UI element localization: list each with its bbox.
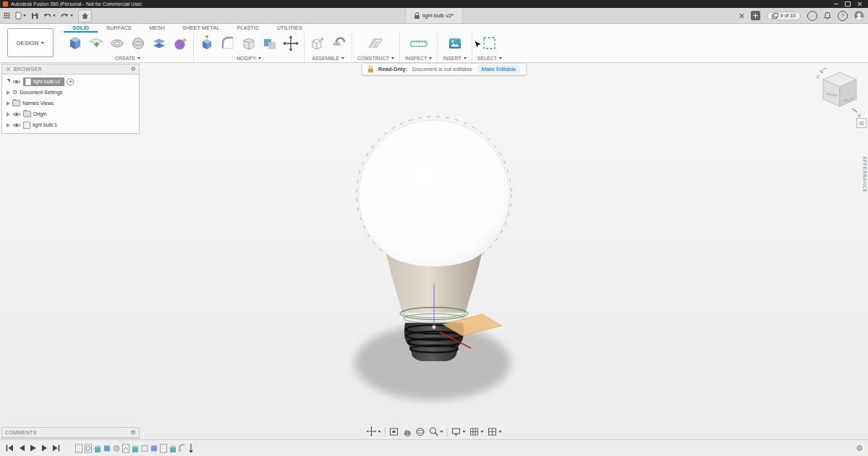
timeline-feature-revolve-icon[interactable] <box>113 444 120 453</box>
timeline-go-to-end-button[interactable] <box>52 444 61 452</box>
tab-mesh[interactable]: MESH <box>140 23 174 33</box>
redo-icon[interactable] <box>61 12 73 19</box>
new-tab-button[interactable] <box>751 11 760 20</box>
group-label: SELECT <box>477 56 497 61</box>
comments-settings-gear-icon[interactable]: ⚙ <box>130 430 136 436</box>
grid-snap-button[interactable] <box>469 427 484 436</box>
group-modify-dropdown[interactable]: MODIFY <box>237 54 261 62</box>
new-body-icon[interactable] <box>67 35 83 51</box>
viewcube[interactable]: FRONT RIGHT Z X <box>816 67 864 126</box>
tree-root-row[interactable]: light bulb v2 <box>2 76 139 87</box>
home-view-button[interactable] <box>78 9 92 22</box>
collapsed-triangle-icon[interactable] <box>7 123 10 127</box>
user-avatar[interactable] <box>854 11 864 20</box>
appearance-side-tab[interactable]: APPEARANCE <box>862 156 867 193</box>
orbit-tool-button[interactable] <box>367 426 381 436</box>
press-pull-icon[interactable] <box>199 35 215 51</box>
pan-tool-button[interactable] <box>403 427 412 436</box>
tab-counter-badge[interactable]: 9 of 10 <box>767 12 801 20</box>
tab-sheet-metal[interactable]: SHEET METAL <box>174 23 228 33</box>
collapse-panel-icon[interactable] <box>5 67 11 72</box>
help-icon[interactable]: ? <box>838 11 848 21</box>
timeline-feature-extrude-icon[interactable] <box>169 444 176 453</box>
timeline-playhead-cursor[interactable] <box>188 444 195 453</box>
group-select-dropdown[interactable]: SELECT <box>477 54 502 62</box>
tab-plastic[interactable]: PLASTIC <box>228 23 268 33</box>
visibility-eye-icon[interactable] <box>12 111 21 117</box>
visibility-eye-icon[interactable] <box>12 79 21 85</box>
app-grid-icon[interactable] <box>4 12 10 19</box>
group-create-dropdown[interactable]: CREATE <box>115 54 140 62</box>
tab-solid[interactable]: SOLID <box>64 23 98 33</box>
save-icon[interactable] <box>31 12 38 20</box>
expand-right-panel-button[interactable] <box>856 118 867 128</box>
file-menu-icon[interactable] <box>15 12 26 20</box>
job-status-icon[interactable] <box>807 11 817 21</box>
timeline-feature-extrude-icon[interactable] <box>132 444 139 453</box>
timeline-step-back-button[interactable] <box>17 444 25 452</box>
group-inspect-dropdown[interactable]: INSPECT <box>405 54 432 62</box>
sweep-icon[interactable] <box>130 35 146 51</box>
collapsed-triangle-icon[interactable] <box>7 90 10 95</box>
component-icon <box>23 122 30 129</box>
expand-triangle-icon[interactable] <box>7 79 10 83</box>
tab-surface[interactable]: SURFACE <box>98 23 140 33</box>
tree-row-named-views[interactable]: Named Views <box>2 98 139 109</box>
fillet-icon[interactable] <box>220 35 236 51</box>
construction-plane-icon[interactable] <box>367 35 384 51</box>
collapsed-triangle-icon[interactable] <box>7 101 10 106</box>
undo-icon[interactable] <box>43 12 56 19</box>
create-sketch-icon[interactable] <box>88 35 104 51</box>
new-component-icon[interactable] <box>310 35 326 51</box>
timeline-feature-sketch-icon[interactable] <box>85 444 92 453</box>
tree-row-light-bulb-1[interactable]: light bulb:1 <box>2 119 139 130</box>
create-form-icon[interactable] <box>172 35 188 51</box>
zoom-tool-button[interactable] <box>429 426 443 436</box>
timeline-feature-fillet-icon[interactable] <box>179 444 186 453</box>
group-insert-dropdown[interactable]: INSERT <box>443 54 467 62</box>
insert-canvas-icon[interactable] <box>447 35 463 51</box>
timeline-feature-body-icon[interactable] <box>150 444 158 453</box>
close-tab-icon[interactable] <box>739 13 744 18</box>
collapsed-triangle-icon[interactable] <box>7 112 10 117</box>
document-tab[interactable]: light bulb v2* <box>405 8 463 23</box>
timeline-step-forward-button[interactable] <box>41 444 48 452</box>
timeline-feature-sketch-icon[interactable] <box>122 444 129 453</box>
tree-row-origin[interactable]: Origin <box>2 109 139 119</box>
timeline-feature-shell-icon[interactable] <box>141 444 148 453</box>
workspace-selector-button[interactable]: DESIGN <box>7 28 54 57</box>
revolve-icon[interactable] <box>109 35 125 51</box>
shell-icon[interactable] <box>241 35 257 51</box>
tree-row-document-settings[interactable]: ⚙ Document Settings <box>2 87 139 98</box>
maximize-button[interactable] <box>842 0 854 8</box>
group-construct-dropdown[interactable]: CONSTRUCT <box>357 54 394 62</box>
measure-icon[interactable] <box>409 35 428 51</box>
close-window-button[interactable] <box>854 0 865 8</box>
select-tool-icon[interactable] <box>482 35 498 51</box>
timeline-play-button[interactable] <box>29 444 37 452</box>
visibility-eye-icon[interactable] <box>12 122 21 128</box>
browser-settings-gear-icon[interactable]: ⚙ <box>130 67 136 72</box>
timeline-feature-extrude-icon[interactable] <box>94 444 101 453</box>
activate-radio-icon[interactable] <box>67 78 74 85</box>
notifications-bell-icon[interactable] <box>824 12 831 20</box>
combine-icon[interactable] <box>262 35 278 51</box>
fit-view-button[interactable] <box>389 427 399 436</box>
timeline-go-to-start-button[interactable] <box>5 444 14 452</box>
group-assemble-dropdown[interactable]: ASSEMBLE <box>312 54 344 62</box>
make-editable-button[interactable]: Make Editable <box>477 65 521 73</box>
timeline-settings-gear-icon[interactable]: ⚙ <box>856 444 863 452</box>
move-copy-icon[interactable] <box>283 35 299 51</box>
timeline-feature-sketch-icon[interactable] <box>160 444 167 453</box>
viewports-button[interactable] <box>488 427 502 436</box>
display-settings-button[interactable] <box>451 427 466 436</box>
tab-utilities[interactable]: UTILITIES <box>268 23 311 33</box>
root-document-chip[interactable]: light bulb v2 <box>23 77 64 86</box>
timeline-feature-sketch-icon[interactable] <box>75 444 82 453</box>
folder-icon <box>23 111 31 117</box>
loft-icon[interactable] <box>151 35 167 51</box>
free-orbit-button[interactable] <box>416 427 425 436</box>
timeline-feature-body-icon[interactable] <box>103 444 111 453</box>
minimize-button[interactable] <box>830 0 842 8</box>
joint-icon[interactable] <box>331 35 346 51</box>
